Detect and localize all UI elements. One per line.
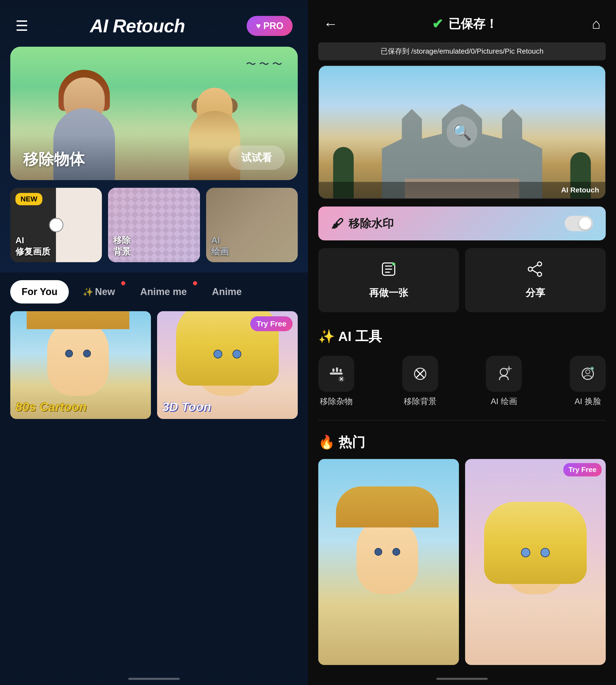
cartoon-label: 80s Cartoon: [16, 400, 87, 414]
ai-face-icon: [570, 356, 606, 392]
svg-point-7: [528, 267, 532, 271]
share-icon: [527, 261, 544, 281]
tab-anime-me[interactable]: Anime me: [129, 280, 198, 303]
tabs-row: For You ✨New Anime me Anime: [10, 272, 298, 311]
ai-face-label: AI 换脸: [574, 396, 601, 407]
tab-for-you[interactable]: For You: [10, 280, 69, 303]
birds-decoration: 〜 〜 〜: [246, 57, 282, 71]
feature-card-remove-bg[interactable]: 移除背景: [108, 188, 200, 262]
hero-banner[interactable]: 〜 〜 〜 移除物体 试试看: [10, 47, 298, 180]
hero-title: 移除物体: [23, 149, 85, 170]
right-header: ← ✔ 已保存！ ⌂: [308, 0, 616, 42]
watermark-toggle-row: 🖌 移除水印: [318, 207, 606, 241]
preview-search-icon: 🔍: [447, 117, 477, 147]
brush-icon: 🖌: [331, 216, 344, 231]
new-badge: NEW: [16, 193, 42, 205]
repair-card-label: AI修复画质: [16, 234, 50, 257]
action-buttons: + 再做一张 分享: [318, 248, 606, 312]
feed-section: For You ✨New Anime me Anime: [0, 272, 308, 673]
svg-rect-14: [339, 369, 342, 372]
ai-paint-icon: [486, 356, 522, 392]
image-preview-card: 🔍 AI Retouch: [318, 65, 606, 199]
tab-new-wrapper: ✨New: [71, 280, 126, 303]
remove-bg-icon: [402, 356, 438, 392]
remove-bg-card-label: 移除背景: [113, 234, 131, 257]
hot-cartoon-image: [318, 459, 459, 665]
redo-icon: +: [380, 261, 397, 281]
svg-point-22: [508, 367, 510, 370]
feed-item-cartoon[interactable]: 80s Cartoon: [10, 311, 151, 419]
tools-grid: 移除杂物 移除背景: [308, 356, 616, 420]
watermark-label-left: 🖌 移除水印: [331, 216, 394, 231]
svg-rect-12: [332, 368, 334, 372]
feature-card-ai-paint[interactable]: AI绘画: [206, 188, 298, 262]
try-free-badge-hot-2[interactable]: Try Free: [564, 463, 602, 476]
svg-point-8: [537, 272, 542, 276]
svg-line-10: [532, 270, 537, 273]
app-title: AI Retouch: [90, 16, 185, 37]
svg-line-9: [532, 265, 537, 268]
hero-try-button[interactable]: 试试看: [228, 145, 285, 170]
feed-grid: 80s Cartoon Try Free 3D Toon: [10, 311, 298, 419]
new-tab-dot: [121, 281, 125, 285]
tool-ai-paint[interactable]: AI 绘画: [486, 356, 522, 407]
hot-3d-image: [465, 459, 606, 665]
hero-overlay: 移除物体 试试看: [10, 135, 298, 180]
feed-item-3d-toon[interactable]: Try Free 3D Toon: [157, 311, 298, 419]
svg-point-28: [586, 370, 590, 374]
3d-toon-label: 3D Toon: [162, 400, 211, 414]
ai-paint-label: AI 绘画: [491, 396, 517, 407]
left-panel: ☰ AI Retouch PRO 〜 〜 〜 移除物体 试试看: [0, 0, 308, 685]
hamburger-icon[interactable]: ☰: [16, 19, 28, 33]
ai-tools-title: ✨ AI 工具: [308, 325, 616, 356]
back-button[interactable]: ←: [324, 16, 338, 32]
tool-ai-face[interactable]: AI 换脸: [570, 356, 606, 407]
svg-text:+: +: [393, 263, 394, 266]
tab-animeme-wrapper: Anime me: [129, 280, 198, 303]
tool-remove-junk[interactable]: 移除杂物: [318, 356, 354, 407]
svg-point-6: [537, 262, 542, 266]
right-bottom-bar: [436, 678, 488, 680]
svg-rect-11: [330, 372, 343, 374]
feature-cards-row: NEW AI修复画质 移除背景 AI绘画: [10, 188, 298, 262]
ai-paint-card-label: AI绘画: [211, 234, 229, 257]
redo-button[interactable]: + 再做一张: [318, 248, 459, 312]
left-bottom-bar: [128, 678, 180, 680]
watermark-toggle[interactable]: [565, 216, 593, 231]
pro-badge[interactable]: PRO: [247, 16, 292, 36]
share-label: 分享: [526, 286, 545, 299]
pro-label: PRO: [263, 21, 283, 31]
watermark-label: 移除水印: [349, 216, 394, 231]
left-header: ☰ AI Retouch PRO: [0, 0, 308, 47]
divider: [318, 420, 606, 420]
share-button[interactable]: 分享: [465, 248, 606, 312]
toggle-knob: [579, 217, 591, 230]
hot-grid: Try Free: [308, 459, 616, 673]
svg-point-21: [500, 368, 507, 375]
saved-status: ✔ 已保存！: [432, 16, 498, 32]
hot-item-1[interactable]: [318, 459, 459, 665]
right-panel: ← ✔ 已保存！ ⌂ 已保存到 /storage/emulated/0/Pict…: [308, 0, 616, 685]
check-icon: ✔: [432, 16, 443, 31]
tab-anime[interactable]: Anime: [201, 280, 253, 303]
remove-junk-label: 移除杂物: [320, 396, 353, 407]
animeme-tab-dot: [193, 281, 197, 285]
saved-text: 已保存！: [448, 16, 498, 32]
try-free-badge-3d-toon[interactable]: Try Free: [250, 316, 292, 331]
remove-bg-label: 移除背景: [404, 396, 437, 407]
tab-new[interactable]: ✨New: [71, 280, 126, 303]
tool-remove-bg[interactable]: 移除背景: [402, 356, 438, 407]
hot-section-title: 🔥 热门: [308, 431, 616, 459]
remove-junk-icon: [318, 356, 354, 392]
svg-rect-13: [336, 367, 338, 372]
save-path-text: 已保存到 /storage/emulated/0/Pictures/Pic Re…: [318, 42, 606, 60]
home-button[interactable]: ⌂: [592, 16, 600, 32]
feature-card-repair[interactable]: NEW AI修复画质: [10, 188, 102, 262]
hot-item-2[interactable]: Try Free: [465, 459, 606, 665]
watermark-brand: AI Retouch: [319, 182, 605, 198]
redo-label: 再做一张: [369, 286, 408, 299]
